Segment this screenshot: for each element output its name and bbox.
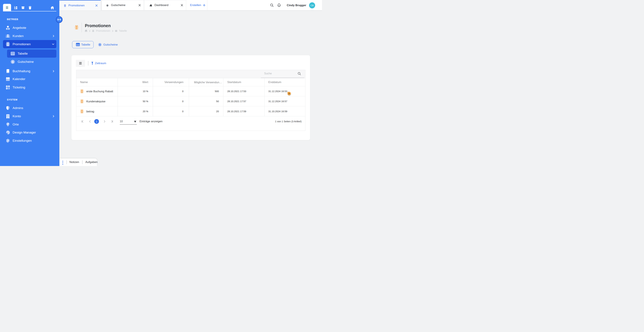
svg-text:$: $ xyxy=(99,43,100,46)
svg-text:$: $ xyxy=(107,5,108,6)
svg-text:$: $ xyxy=(12,61,14,63)
